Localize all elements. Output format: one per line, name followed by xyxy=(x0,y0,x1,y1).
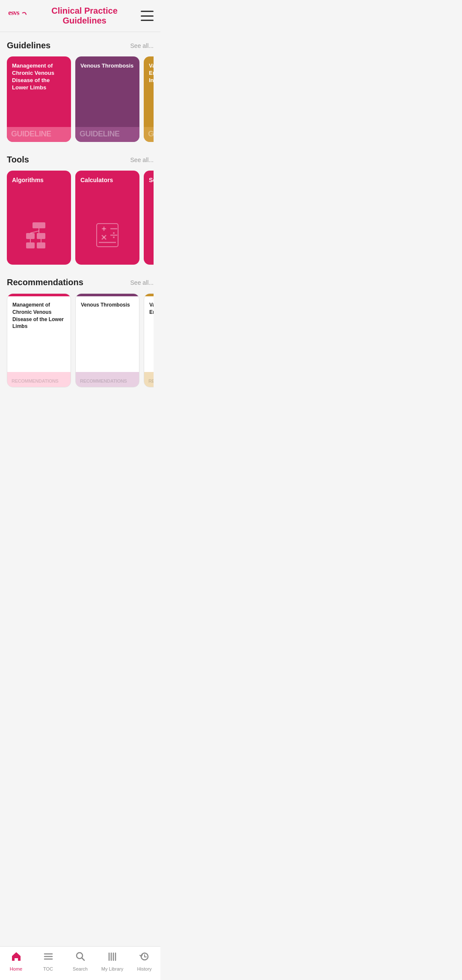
tool-title-algorithm: Algorithms xyxy=(12,177,66,183)
toc-icon xyxy=(43,951,54,965)
recommendations-header: Recommendations See all... xyxy=(7,277,154,287)
svg-point-18 xyxy=(113,236,115,238)
svg-point-17 xyxy=(113,232,115,234)
svg-line-41 xyxy=(82,958,84,961)
rec-label-2: RECOMMENDATIONS xyxy=(80,378,135,384)
nav-home[interactable]: Home xyxy=(0,951,32,971)
header-title: Clinical Practice Guidelines xyxy=(33,6,136,26)
rec-top-3 xyxy=(144,294,154,296)
algorithm-icon xyxy=(24,220,54,252)
svg-rect-2 xyxy=(26,233,35,239)
svg-line-7 xyxy=(30,231,39,233)
home-icon xyxy=(11,951,22,965)
rec-card-1[interactable]: Management of Chronic Venous Disease of … xyxy=(7,293,71,387)
nav-library[interactable]: My Library xyxy=(96,951,128,971)
rec-card-3[interactable]: Vascular Graft and Endograft Infections … xyxy=(144,293,154,387)
guidelines-cards-row: Management of Chronic Venous Disease of … xyxy=(7,56,154,142)
tools-header: Tools See all... xyxy=(7,155,154,165)
rec-label-1: RECOMMENDATIONS xyxy=(12,378,66,384)
recommendations-title: Recommendations xyxy=(7,277,83,287)
svg-rect-4 xyxy=(26,242,35,248)
library-icon xyxy=(107,951,118,965)
svg-rect-5 xyxy=(37,242,45,248)
rec-card-2[interactable]: Venous Thrombosis RECOMMENDATIONS xyxy=(75,293,139,387)
tool-card-scores[interactable]: Scores ✓ ✗ ✓ ✗ ✓ xyxy=(144,171,154,265)
recommendations-see-all[interactable]: See all... xyxy=(130,279,154,286)
search-icon xyxy=(75,951,86,965)
guideline-card-1[interactable]: Management of Chronic Venous Disease of … xyxy=(7,56,71,142)
tools-title: Tools xyxy=(7,155,29,165)
nav-library-label: My Library xyxy=(101,966,123,971)
rec-top-1 xyxy=(7,294,71,296)
svg-text:esvs: esvs xyxy=(8,9,20,17)
nav-toc-label: TOC xyxy=(43,966,53,971)
rec-title-2: Venous Thrombosis xyxy=(81,301,134,309)
card-label-2: GUIDELINE xyxy=(80,130,135,139)
rec-title-1: Management of Chronic Venous Disease of … xyxy=(12,301,65,330)
svg-rect-3 xyxy=(37,233,45,239)
tool-title-calculator: Calculators xyxy=(80,177,134,183)
menu-button[interactable] xyxy=(141,11,154,21)
card-label-3: GUIDELINE xyxy=(148,130,154,139)
tool-card-algorithm[interactable]: Algorithms xyxy=(7,171,71,265)
esvs-logo: esvs xyxy=(7,5,28,27)
guideline-card-2[interactable]: Venous Thrombosis GUIDELINE xyxy=(75,56,139,142)
nav-history[interactable]: History xyxy=(128,951,160,971)
guidelines-see-all[interactable]: See all... xyxy=(130,42,154,49)
nav-search[interactable]: Search xyxy=(64,951,96,971)
guidelines-title: Guidelines xyxy=(7,41,50,50)
rec-top-2 xyxy=(76,294,139,296)
rec-title-3: Vascular Graft and Endograft Infections xyxy=(149,301,154,316)
nav-search-label: Search xyxy=(73,966,88,971)
card-label-1: GUIDELINE xyxy=(11,130,67,139)
app-header: esvs Clinical Practice Guidelines xyxy=(0,0,160,32)
guideline-card-3[interactable]: Vascular Graft and Endograft Infections … xyxy=(144,56,154,142)
tools-section: Tools See all... Algorithms xyxy=(7,155,154,265)
nav-home-label: Home xyxy=(10,966,22,971)
card-title-1: Management of Chronic Venous Disease of … xyxy=(12,62,66,92)
recommendations-cards-row: Management of Chronic Venous Disease of … xyxy=(7,293,154,387)
history-icon xyxy=(139,951,150,965)
card-title-2: Venous Thrombosis xyxy=(80,62,134,70)
calculator-icon xyxy=(92,220,122,252)
tool-card-calculator[interactable]: Calculators xyxy=(75,171,139,265)
rec-label-3: RECOMMENDATIONS xyxy=(148,378,154,384)
nav-history-label: History xyxy=(137,966,151,971)
tools-see-all[interactable]: See all... xyxy=(130,156,154,163)
guidelines-section: Guidelines See all... Management of Chro… xyxy=(7,41,154,142)
svg-rect-1 xyxy=(33,222,45,228)
recommendations-section: Recommendations See all... Management of… xyxy=(7,277,154,387)
main-content: Guidelines See all... Management of Chro… xyxy=(0,32,160,443)
tools-cards-row: Algorithms xyxy=(7,171,154,265)
guidelines-header: Guidelines See all... xyxy=(7,41,154,50)
card-title-3: Vascular Graft and Endograft Infections xyxy=(149,62,154,84)
nav-toc[interactable]: TOC xyxy=(32,951,64,971)
bottom-nav: Home TOC Search xyxy=(0,946,160,980)
tool-title-scores: Scores xyxy=(149,177,154,183)
